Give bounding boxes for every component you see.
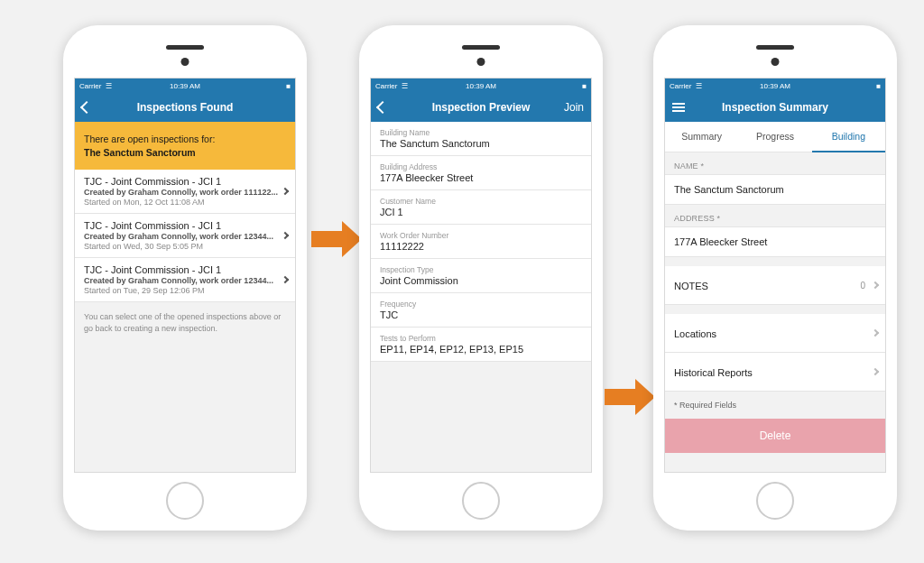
phone-inspection-summary: Carrier ☰ 10:39 AM ■ Inspection Summary … (653, 25, 897, 531)
screen: Carrier ☰ 10:39 AM ■ Inspection Preview … (370, 78, 592, 473)
notes-row[interactable]: NOTES 0 (665, 266, 885, 305)
arrow-icon (605, 379, 655, 415)
join-button[interactable]: Join (557, 93, 591, 122)
field-building-name: Building NameThe Sanctum Sanctorum (371, 122, 591, 156)
chevron-left-icon (376, 101, 389, 114)
status-bar: Carrier ☰ 10:39 AM ■ (75, 78, 295, 93)
chevron-right-icon (872, 368, 879, 375)
field-customer-name: Customer NameJCI 1 (371, 190, 591, 225)
address-field[interactable]: 177A Bleecker Street (665, 226, 885, 257)
arrow-icon (311, 221, 362, 257)
chevron-left-icon (80, 101, 93, 114)
helper-text: You can select one of the opened inspect… (75, 302, 295, 343)
field-building-address: Building Address177A Bleecker Street (371, 156, 591, 190)
nav-bar: Inspection Summary (665, 93, 885, 122)
chevron-right-icon (872, 329, 879, 337)
nav-bar: Inspections Found (75, 93, 295, 122)
locations-row[interactable]: Locations (665, 314, 885, 353)
back-button[interactable] (75, 93, 98, 122)
status-bar: Carrier ☰ 10:39 AM ■ (371, 78, 591, 93)
screen: Carrier ☰ 10:39 AM ■ Inspections Found T… (74, 78, 296, 473)
back-button[interactable] (371, 93, 394, 122)
inspection-row[interactable]: TJC - Joint Commission - JCI 1 Created b… (75, 214, 295, 258)
nav-title: Inspection Preview (432, 101, 531, 114)
field-tests: Tests to PerformEP11, EP14, EP12, EP13, … (371, 328, 591, 362)
tab-progress[interactable]: Progress (738, 122, 811, 152)
home-button[interactable] (166, 482, 204, 520)
tab-building[interactable]: Building (812, 122, 885, 152)
delete-button[interactable]: Delete (665, 419, 885, 453)
nav-title: Inspections Found (137, 101, 234, 114)
field-frequency: FrequencyTJC (371, 293, 591, 328)
name-label: NAME * (665, 152, 885, 174)
home-button[interactable] (462, 482, 500, 520)
address-label: ADDRESS * (665, 205, 885, 226)
menu-button[interactable] (665, 93, 692, 122)
screen: Carrier ☰ 10:39 AM ■ Inspection Summary … (664, 78, 886, 473)
hamburger-icon (672, 103, 685, 112)
field-inspection-type: Inspection TypeJoint Commission (371, 259, 591, 293)
nav-title: Inspection Summary (722, 101, 828, 114)
open-inspections-banner: There are open inspections for: The Sanc… (75, 122, 295, 170)
phone-inspection-preview: Carrier ☰ 10:39 AM ■ Inspection Preview … (359, 25, 603, 531)
nav-bar: Inspection Preview Join (371, 93, 591, 122)
home-button[interactable] (756, 482, 794, 520)
chevron-right-icon (872, 282, 879, 289)
inspection-row[interactable]: TJC - Joint Commission - JCI 1 Created b… (75, 258, 295, 302)
historical-reports-row[interactable]: Historical Reports (665, 353, 885, 392)
field-work-order: Work Order Number11112222 (371, 225, 591, 259)
status-bar: Carrier ☰ 10:39 AM ■ (665, 78, 885, 93)
required-fields-note: * Required Fields (665, 392, 885, 419)
tab-summary[interactable]: Summary (665, 122, 738, 152)
inspection-row[interactable]: TJC - Joint Commission - JCI 1 Created b… (75, 170, 295, 214)
name-field[interactable]: The Sanctum Sanctorum (665, 174, 885, 205)
tabs: Summary Progress Building (665, 122, 885, 152)
phone-inspections-found: Carrier ☰ 10:39 AM ■ Inspections Found T… (63, 25, 307, 531)
